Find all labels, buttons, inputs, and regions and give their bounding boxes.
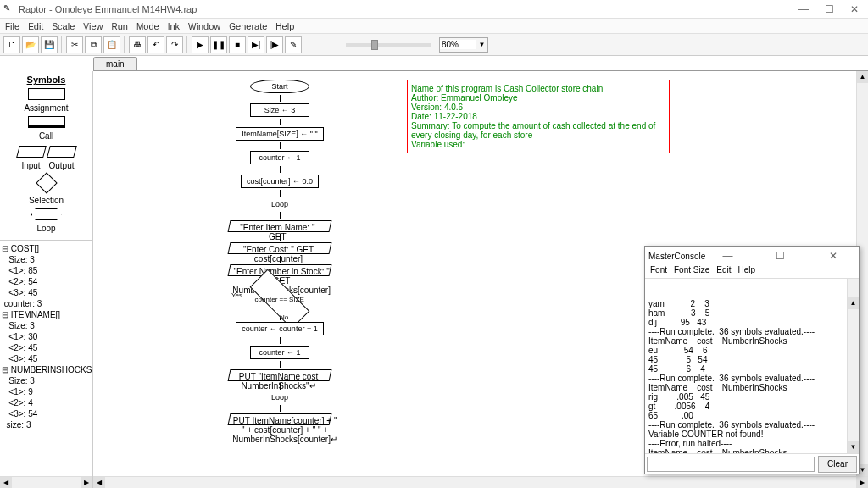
stop-icon[interactable]: ■ (229, 36, 246, 53)
console-menu-fontsize[interactable]: Font Size (674, 265, 709, 278)
console-menu-help[interactable]: Help (738, 265, 756, 278)
undo-icon[interactable]: ↶ (147, 36, 164, 53)
comment-box[interactable]: Name of this program is Cash Collector s… (407, 80, 670, 153)
side-hscroll[interactable]: ◀ ▶ (0, 476, 92, 488)
menu-file[interactable]: File (5, 21, 19, 31)
menu-ink[interactable]: Ink (168, 21, 180, 31)
pencil-icon[interactable]: ✎ (285, 36, 302, 53)
scroll-right-icon[interactable]: ▶ (81, 477, 92, 488)
flow-node-para[interactable]: PUT ItemName[counter] + " " + cost[count… (228, 413, 332, 425)
scroll-right-icon[interactable]: ▶ (856, 477, 868, 488)
var-node[interactable]: ⊟ ITEMNAME[] (2, 309, 91, 320)
var-node[interactable]: <3>: 45 (2, 287, 91, 298)
flow-node-para[interactable]: "Enter Cost: " GET cost[counter] (228, 242, 332, 254)
flow-node-hex[interactable]: Loop (250, 198, 309, 210)
scroll-left-icon[interactable]: ◀ (93, 477, 105, 488)
variables-tree[interactable]: ⊟ COST[] Size: 3 <1>: 85 <2>: 54 <3>: 45… (0, 241, 92, 476)
scroll-track[interactable] (12, 477, 81, 488)
scroll-down-icon[interactable]: ▼ (848, 441, 859, 453)
var-node[interactable]: Size: 3 (2, 375, 91, 386)
zoom-select[interactable]: ▼ (439, 37, 488, 53)
var-node[interactable]: <2>: 54 (2, 276, 91, 287)
menu-help[interactable]: Help (275, 21, 294, 31)
scroll-left-icon[interactable]: ◀ (0, 477, 12, 488)
assignment-shape[interactable] (28, 88, 65, 100)
open-icon[interactable]: 📂 (22, 36, 39, 53)
var-node[interactable]: size: 3 (2, 419, 91, 430)
menu-generate[interactable]: Generate (229, 21, 267, 31)
cut-icon[interactable]: ✂ (66, 36, 83, 53)
var-node[interactable]: <1>: 85 (2, 265, 91, 276)
var-node[interactable]: counter: 3 (2, 298, 91, 309)
maximize-button[interactable]: ☐ (824, 4, 834, 14)
flow-node-hex[interactable]: Loop (250, 391, 309, 403)
step-over-icon[interactable]: ▶| (248, 36, 264, 53)
scroll-track[interactable] (105, 477, 856, 488)
menu-window[interactable]: Window (188, 21, 220, 31)
flow-node-rect[interactable]: ItemName[SIZE] ← " " (236, 127, 323, 141)
new-icon[interactable]: 🗋 (3, 36, 20, 53)
redo-icon[interactable]: ↷ (166, 36, 183, 53)
speed-slider[interactable] (346, 43, 431, 47)
console-maximize[interactable]: ☐ (759, 251, 803, 261)
menu-view[interactable]: View (83, 21, 103, 31)
separator (61, 36, 63, 53)
zoom-input[interactable] (440, 40, 476, 49)
var-node[interactable]: Size: 3 (2, 254, 91, 265)
selection-shape[interactable] (36, 172, 57, 193)
scroll-up-icon[interactable]: ▲ (857, 71, 868, 83)
chevron-down-icon[interactable]: ▼ (476, 38, 487, 52)
flow-node-rect[interactable]: cost[counter] ← 0.0 (241, 175, 319, 188)
console-menu-edit[interactable]: Edit (716, 265, 731, 278)
call-shape[interactable] (28, 116, 65, 128)
console-minimize[interactable]: — (705, 251, 749, 261)
var-node[interactable]: <2>: 4 (2, 397, 91, 408)
input-shape[interactable] (16, 146, 47, 158)
var-node[interactable]: <1>: 30 (2, 331, 91, 342)
console-line: gt .0056 4 (648, 402, 855, 411)
output-shape[interactable] (47, 146, 77, 158)
menu-edit[interactable]: Edit (28, 21, 43, 31)
flow-node-rect[interactable]: counter ← 1 (250, 151, 309, 164)
clear-button[interactable]: Clear (818, 456, 857, 473)
separator (186, 36, 188, 53)
save-icon[interactable]: 💾 (41, 36, 58, 53)
flow-node-rect[interactable]: Size ← 3 (250, 103, 309, 117)
canvas-hscroll[interactable]: ◀ ▶ (93, 476, 868, 488)
var-node[interactable]: <3>: 54 (2, 408, 91, 419)
play-icon[interactable]: ▶ (192, 36, 209, 53)
console-close[interactable]: ✕ (811, 251, 855, 261)
slider-thumb[interactable] (371, 40, 378, 50)
console-output[interactable]: yam 2 3ham 3 5dij 95 43----Run complete.… (645, 279, 859, 453)
console-input[interactable] (647, 457, 815, 472)
pause-icon[interactable]: ❚❚ (210, 36, 227, 53)
flow-connector (280, 212, 281, 219)
flow-node-para[interactable]: PUT "ItemName cost NumberInShocks"↵ (228, 369, 332, 381)
console-menu-font[interactable]: Font (650, 265, 667, 278)
flow-node-para[interactable]: "Enter Number in Stock: " GET NumberInSh… (228, 264, 332, 276)
var-node[interactable]: ⊟ NUMBERINSHOCKS (2, 364, 91, 375)
tab-main[interactable]: main (93, 57, 137, 70)
flow-node-para[interactable]: "Enter Item Name: " GET ItemName[counter… (228, 220, 332, 232)
master-console[interactable]: MasterConsole — ☐ ✕ Font Font Size Edit … (644, 246, 860, 474)
var-node[interactable]: ⊟ COST[] (2, 243, 91, 254)
flow-node-rect[interactable]: counter ← 1 (250, 346, 309, 359)
print-icon[interactable]: 🖶 (129, 36, 146, 53)
var-node[interactable]: Size: 3 (2, 320, 91, 331)
flow-node-rect[interactable]: counter ← counter + 1 (236, 322, 323, 336)
scroll-up-icon[interactable]: ▲ (848, 297, 859, 309)
console-vscroll[interactable]: ▲ ▼ (847, 279, 859, 453)
close-button[interactable]: ✕ (849, 4, 860, 14)
loop-shape[interactable] (31, 208, 62, 220)
minimize-button[interactable]: — (798, 4, 809, 14)
var-node[interactable]: <3>: 45 (2, 353, 91, 364)
menu-run[interactable]: Run (111, 21, 127, 31)
menu-scale[interactable]: Scale (52, 21, 75, 31)
copy-icon[interactable]: ⧉ (85, 36, 102, 53)
paste-icon[interactable]: 📋 (103, 36, 120, 53)
flow-node-oval[interactable]: Start (250, 80, 309, 93)
var-node[interactable]: <1>: 9 (2, 386, 91, 397)
step-into-icon[interactable]: |▶ (266, 36, 283, 53)
menu-mode[interactable]: Mode (136, 21, 159, 31)
var-node[interactable]: <2>: 45 (2, 342, 91, 353)
